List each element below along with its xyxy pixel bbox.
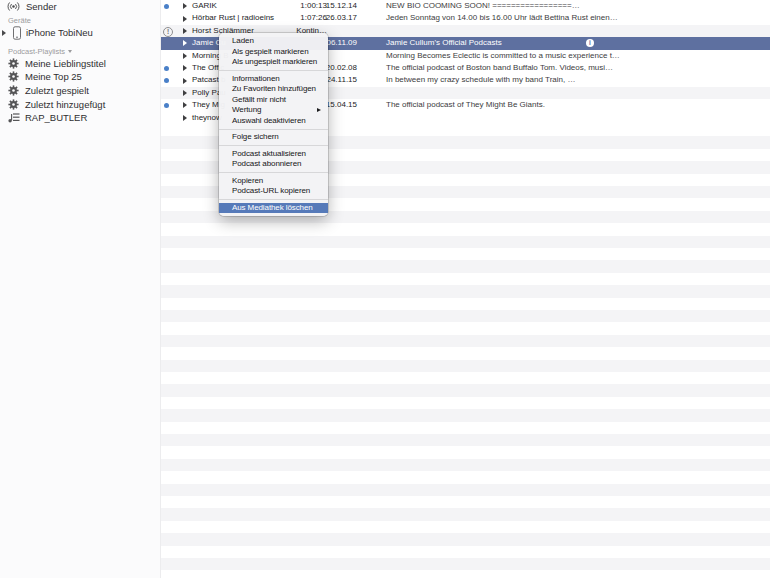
menu-item-laden[interactable]: Laden (219, 36, 328, 47)
disclosure-triangle-icon[interactable] (183, 40, 187, 46)
table-row-empty[interactable] (161, 409, 770, 421)
menu-item-gefällt-mir-nicht[interactable]: Gefällt mir nicht (219, 95, 328, 106)
table-row-empty[interactable] (161, 546, 770, 558)
sidebar-item-label: Meine Lieblingstitel (25, 58, 106, 69)
disclosure-triangle-icon[interactable] (183, 3, 187, 9)
disclosure-triangle-icon[interactable] (183, 78, 187, 84)
sidebar-section-title: Podcast-Playlists (8, 47, 65, 56)
menu-item-aus-mediathek-löschen[interactable]: Aus Mediathek löschen (219, 203, 328, 214)
menu-item-label: Podcast-URL kopieren (232, 186, 310, 195)
itunes-window: SenderGeräteiPhone TobiNeuPodcast-Playli… (0, 0, 770, 578)
table-row-empty[interactable] (161, 347, 770, 359)
table-row-empty[interactable] (161, 484, 770, 496)
menu-item-als-ungespielt-markieren[interactable]: Als ungespielt markieren (219, 57, 328, 68)
menu-item-label: Als ungespielt markieren (232, 57, 317, 66)
menu-item-auswahl-deaktivieren[interactable]: Auswahl deaktivieren (219, 116, 328, 127)
menu-item-wertung[interactable]: Wertung (219, 105, 328, 116)
submenu-arrow-icon (317, 108, 321, 112)
table-row-empty[interactable] (161, 372, 770, 384)
menu-item-podcast-url-kopieren[interactable]: Podcast-URL kopieren (219, 186, 328, 197)
sidebar-item-zuletzt-gespielt[interactable]: Zuletzt gespielt (0, 84, 160, 98)
disclosure-triangle-icon[interactable] (183, 53, 187, 59)
menu-separator (219, 129, 328, 130)
sidebar-item-meine-lieblingstitel[interactable]: Meine Lieblingstitel (0, 57, 160, 71)
table-row-empty[interactable] (161, 570, 770, 578)
chevron-down-icon[interactable] (68, 50, 72, 53)
disclosure-triangle-icon[interactable] (183, 65, 187, 71)
menu-item-podcast-aktualisieren[interactable]: Podcast aktualisieren (219, 149, 328, 160)
menu-item-podcast-abonnieren[interactable]: Podcast abonnieren (219, 159, 328, 170)
menu-item-informationen[interactable]: Informationen (219, 74, 328, 85)
menu-separator (219, 199, 328, 200)
table-row-empty[interactable] (161, 508, 770, 520)
menu-item-label: Podcast aktualisieren (232, 149, 306, 158)
disclosure-triangle-icon[interactable] (183, 90, 187, 96)
table-row-empty[interactable] (161, 533, 770, 545)
unplayed-dot-icon (164, 66, 169, 71)
table-row-empty[interactable] (161, 360, 770, 372)
menu-item-kopieren[interactable]: Kopieren (219, 176, 328, 187)
table-row-empty[interactable] (161, 422, 770, 434)
sidebar-item-label: Sender (26, 1, 57, 12)
table-row-empty[interactable] (161, 397, 770, 409)
podcast-name: Hörbar Rust | radioeins (192, 12, 274, 24)
table-row-empty[interactable] (161, 298, 770, 310)
unplayed-dot-icon (164, 4, 169, 9)
table-row-empty[interactable] (161, 322, 770, 334)
table-row-empty[interactable] (161, 434, 770, 446)
sidebar-item-rap_butler[interactable]: RAP_BUTLER (0, 111, 160, 125)
table-row[interactable]: GARIK1:00:1315.12.14NEW BIO COOMING SOON… (161, 0, 770, 12)
table-row-empty[interactable] (161, 446, 770, 458)
table-row[interactable]: Hörbar Rust | radioeins1:07:2626.03.17Je… (161, 12, 770, 24)
table-row-empty[interactable] (161, 273, 770, 285)
sidebar-item-iphone-tobineu[interactable]: iPhone TobiNeu (0, 26, 160, 40)
podcast-date: 15.12.14 (315, 0, 357, 12)
disclosure-triangle-icon[interactable] (2, 30, 6, 36)
table-row-empty[interactable] (161, 384, 770, 396)
table-row-empty[interactable] (161, 459, 770, 471)
menu-item-label: Zu Favoriten hinzufügen (232, 84, 316, 93)
menu-item-label: Kopieren (232, 176, 263, 185)
sidebar-section-title: Geräte (8, 16, 31, 25)
podcast-description: The official podcast of They Might Be Gi… (386, 99, 545, 111)
menu-item-zu-favoriten-hinzufügen[interactable]: Zu Favoriten hinzufügen (219, 84, 328, 95)
menu-item-folge-sichern[interactable]: Folge sichern (219, 132, 328, 143)
sidebar-item-zuletzt-hinzugefügt[interactable]: Zuletzt hinzugefügt (0, 97, 160, 111)
table-row-empty[interactable] (161, 248, 770, 260)
table-row-empty[interactable] (161, 496, 770, 508)
menu-item-label: Aus Mediathek löschen (232, 203, 313, 212)
menu-item-label: Auswahl deaktivieren (232, 116, 306, 125)
table-row-empty[interactable] (161, 285, 770, 297)
menu-separator (219, 70, 328, 71)
unplayed-dot-icon (164, 103, 169, 108)
sidebar-item-label: RAP_BUTLER (25, 112, 87, 123)
disclosure-triangle-icon[interactable] (183, 102, 187, 108)
iphone-icon (10, 26, 23, 40)
table-row-empty[interactable] (161, 521, 770, 533)
info-badge-icon[interactable]: i (586, 39, 594, 47)
disclosure-triangle-icon[interactable] (183, 16, 187, 22)
table-row-empty[interactable] (161, 260, 770, 272)
sidebar-section-header: Podcast-Playlists (0, 46, 160, 57)
sidebar-item-label: Meine Top 25 (25, 71, 82, 82)
disclosure-triangle-icon[interactable] (183, 28, 187, 34)
table-row-empty[interactable] (161, 471, 770, 483)
menu-item-label: Gefällt mir nicht (232, 95, 286, 104)
menu-item-als-gespielt-markieren[interactable]: Als gespielt markieren (219, 47, 328, 58)
table-row-empty[interactable] (161, 223, 770, 235)
sidebar-item-label: iPhone TobiNeu (26, 27, 93, 38)
unplayed-dot-icon (164, 78, 169, 83)
menu-item-label: Wertung (232, 105, 261, 114)
disclosure-triangle-icon[interactable] (183, 115, 187, 121)
table-row-empty[interactable] (161, 236, 770, 248)
smart-playlist-icon (7, 71, 20, 82)
sidebar-item-meine-top-25[interactable]: Meine Top 25 (0, 70, 160, 84)
podcast-name: GARIK (192, 0, 217, 12)
sidebar-item-sender[interactable]: Sender (0, 0, 160, 13)
menu-separator (219, 145, 328, 146)
table-row-empty[interactable] (161, 335, 770, 347)
broadcast-icon (7, 1, 20, 12)
table-row-empty[interactable] (161, 310, 770, 322)
table-row-empty[interactable] (161, 558, 770, 570)
context-menu: LadenAls gespielt markierenAls ungespiel… (219, 33, 328, 216)
